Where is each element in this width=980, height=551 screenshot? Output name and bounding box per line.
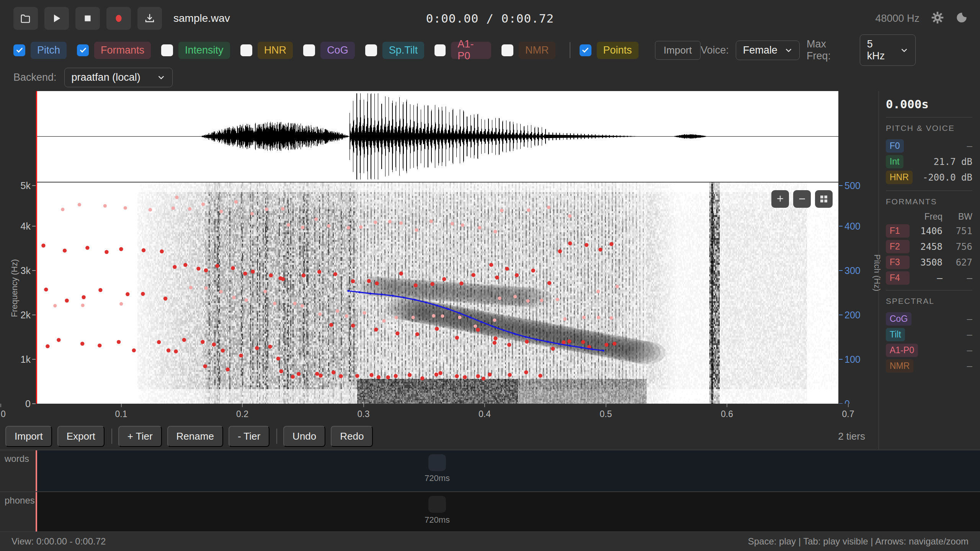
measure-value-nmr: — bbox=[967, 361, 972, 372]
time-tick-mark bbox=[0, 404, 1, 407]
formant-bw-header: BW bbox=[942, 212, 972, 222]
download-button[interactable] bbox=[137, 7, 162, 30]
time-tick-mark bbox=[848, 404, 849, 407]
play-button[interactable] bbox=[44, 7, 69, 30]
record-button[interactable] bbox=[106, 7, 131, 30]
chip-pitch[interactable]: Pitch bbox=[31, 42, 67, 59]
freq-tick-mark bbox=[32, 185, 36, 186]
formant-freq-f2: 2458 bbox=[910, 241, 942, 252]
tier-import-button[interactable]: Import bbox=[5, 426, 52, 447]
toggle-formants: Formants bbox=[77, 42, 151, 59]
waveform-canvas[interactable] bbox=[36, 91, 838, 182]
points-import-button[interactable]: Import bbox=[655, 41, 701, 60]
checkbox-pitch[interactable] bbox=[13, 44, 25, 56]
tier-row-words[interactable]: words720ms bbox=[0, 450, 980, 491]
sample-rate: 48000 Hz bbox=[875, 13, 920, 24]
sidebar-divider bbox=[886, 191, 972, 191]
checkbox-hnr[interactable] bbox=[240, 44, 252, 56]
stop-button[interactable] bbox=[75, 7, 100, 30]
checkbox-a1p0[interactable] bbox=[434, 44, 446, 56]
measure-row-hnr: HNR-200.0 dB bbox=[886, 170, 972, 185]
chip-points[interactable]: Points bbox=[597, 42, 639, 59]
pitch-tick-mark bbox=[839, 185, 843, 186]
controls-divider bbox=[570, 42, 570, 58]
voice-select[interactable]: Female bbox=[736, 41, 800, 60]
play-icon bbox=[51, 13, 62, 24]
pitch-tick-label: 100 bbox=[844, 354, 861, 365]
grid-view-button[interactable] bbox=[815, 190, 833, 208]
checkbox-sptilt[interactable] bbox=[365, 44, 377, 56]
checkbox-cog[interactable] bbox=[303, 44, 315, 56]
measure-row-nmr: NMR— bbox=[886, 358, 972, 374]
chip-formants[interactable]: Formants bbox=[94, 42, 151, 59]
tier-segment-handle[interactable] bbox=[428, 496, 446, 513]
status-bar: View: 0:00.00 - 0:00.72 Space: play | Ta… bbox=[0, 531, 980, 551]
measure-row-intensity: Int21.7 dB bbox=[886, 154, 972, 170]
tier--tier-button[interactable]: + Tier bbox=[118, 426, 162, 447]
tier-duration: 720ms bbox=[425, 473, 450, 483]
praat-web-app: sample.wav 0:00.00 / 0:00.72 48000 Hz Pi… bbox=[0, 0, 980, 551]
chip-cog[interactable]: CoG bbox=[320, 42, 355, 59]
dark-mode-toggle[interactable] bbox=[956, 11, 968, 25]
tier-export-button[interactable]: Export bbox=[57, 426, 105, 447]
formant-bw-f1: 751 bbox=[942, 226, 972, 236]
sidebar-divider bbox=[886, 117, 972, 117]
check-icon bbox=[15, 46, 24, 54]
chip-nmr[interactable]: NMR bbox=[519, 42, 555, 59]
measure-value-cog: — bbox=[967, 314, 972, 324]
formant-bw-f3: 627 bbox=[942, 257, 972, 268]
tier-rename-button[interactable]: Rename bbox=[167, 426, 223, 447]
time-tick-label: 0.6 bbox=[721, 409, 733, 419]
backend-select[interactable]: praatfan (local) bbox=[64, 68, 173, 87]
tier-duration: 720ms bbox=[425, 515, 450, 525]
waveform-panel[interactable] bbox=[36, 91, 838, 182]
pitch-tick-label: 400 bbox=[844, 221, 861, 232]
badge-a1p0: A1-P0 bbox=[886, 344, 918, 357]
tier-segment-words: 720ms bbox=[425, 454, 450, 483]
checkbox-intensity[interactable] bbox=[161, 44, 173, 56]
voice-select-value: Female bbox=[743, 44, 777, 56]
spectrogram-panel[interactable] bbox=[36, 182, 838, 404]
backend-select-value: praatfan (local) bbox=[72, 72, 140, 83]
freq-tick-label: 5k bbox=[21, 180, 31, 191]
pitch-tick-label: 200 bbox=[844, 310, 861, 321]
measure-row-a1p0: A1-P0— bbox=[886, 342, 972, 358]
tier--tier-button[interactable]: - Tier bbox=[229, 426, 270, 447]
tier-content-phones[interactable]: 720ms bbox=[37, 492, 980, 533]
overlay-toggles: PitchFormantsIntensityHNRCoGSp.TiltA1-P0… bbox=[13, 42, 566, 59]
time-tick-mark bbox=[606, 404, 606, 407]
measure-value-a1p0: — bbox=[967, 345, 972, 356]
toggle-hnr: HNR bbox=[240, 42, 293, 59]
time-tick-mark bbox=[727, 404, 727, 407]
checkbox-formants[interactable] bbox=[77, 44, 89, 56]
zoom-out-button[interactable]: − bbox=[793, 190, 811, 208]
playback-controls bbox=[13, 7, 162, 30]
maxfreq-select[interactable]: 5 kHz bbox=[860, 34, 916, 66]
chip-sptilt[interactable]: Sp.Tilt bbox=[382, 42, 425, 59]
spectrogram-canvas[interactable] bbox=[36, 183, 838, 404]
checkbox-nmr[interactable] bbox=[501, 44, 513, 56]
measure-value-sptilt: — bbox=[967, 329, 972, 340]
chip-intensity[interactable]: Intensity bbox=[178, 42, 230, 59]
voice-label: Voice: bbox=[701, 44, 729, 56]
tier-segment-handle[interactable] bbox=[428, 454, 446, 471]
badge-f4: F4 bbox=[886, 271, 910, 285]
overlay-controls-row: PitchFormantsIntensityHNRCoGSp.TiltA1-P0… bbox=[0, 37, 980, 64]
time-tick-mark bbox=[484, 404, 485, 407]
measure-row-sptilt: Tilt— bbox=[886, 327, 972, 342]
checkbox-points[interactable] bbox=[580, 44, 591, 56]
open-file-button[interactable] bbox=[13, 7, 38, 30]
chip-a1p0[interactable]: A1-P0 bbox=[451, 42, 491, 59]
measure-row-pitch: F0— bbox=[886, 138, 972, 154]
zoom-in-button[interactable]: + bbox=[771, 190, 789, 208]
tier-row-phones[interactable]: phones720ms bbox=[0, 491, 980, 534]
freq-tick-mark bbox=[32, 315, 36, 315]
playback-cursor[interactable] bbox=[36, 91, 37, 404]
tier-undo-button[interactable]: Undo bbox=[283, 426, 325, 447]
chip-hnr[interactable]: HNR bbox=[258, 42, 293, 59]
pitch-tick-mark bbox=[839, 315, 843, 315]
tier-content-words[interactable]: 720ms bbox=[37, 450, 980, 491]
pitch-tick-label: 300 bbox=[844, 265, 861, 276]
settings-button[interactable] bbox=[931, 11, 944, 26]
tier-redo-button[interactable]: Redo bbox=[331, 426, 373, 447]
